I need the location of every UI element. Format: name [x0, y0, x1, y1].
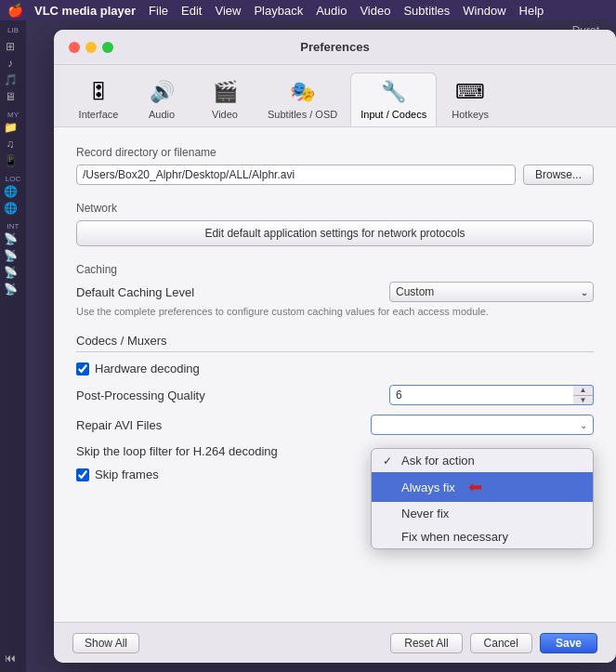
- bottom-right-buttons: Reset All Cancel Save: [390, 633, 597, 653]
- skip-frames-checkbox[interactable]: [76, 468, 89, 481]
- record-dir-label: Record directory or filename: [76, 146, 594, 159]
- stepper-up-button[interactable]: ▲: [573, 386, 593, 396]
- tab-audio-label: Audio: [149, 109, 175, 120]
- sidebar-icon-6[interactable]: ♫: [0, 136, 20, 152]
- codecs-section-label: Codecs / Muxers: [76, 334, 594, 352]
- hardware-decoding-row: Hardware decoding: [76, 362, 594, 376]
- repair-avi-dropdown-area[interactable]: ⌄ ✓ Ask for action Always fix: [371, 415, 594, 435]
- loc-label: LOC: [0, 175, 26, 183]
- sidebar-icon-8[interactable]: 🌐: [0, 183, 20, 200]
- main-window: LIB ⊞ ♪ 🎵 🖥 MY 📁 ♫ 📱 LOC 🌐 🌐 INT 📡 📡 📡 📡…: [0, 20, 616, 672]
- sidebar-icon-5[interactable]: 📁: [0, 119, 20, 136]
- minimize-button[interactable]: [85, 42, 97, 53]
- traffic-lights: [69, 42, 113, 53]
- maximize-button[interactable]: [102, 42, 113, 53]
- repair-avi-dropdown: ✓ Ask for action Always fix ⬅: [371, 448, 594, 549]
- hotkeys-icon: ⌨: [455, 77, 485, 107]
- post-processing-stepper: ▲ ▼: [389, 385, 594, 405]
- menu-audio[interactable]: Audio: [316, 4, 347, 18]
- sidebar-icon-2[interactable]: ♪: [0, 55, 20, 72]
- menu-view[interactable]: View: [215, 4, 241, 18]
- tab-subtitles-label: Subtitles / OSD: [268, 109, 337, 120]
- int-label: INT: [0, 222, 26, 231]
- sidebar-icon-9[interactable]: 🌐: [0, 200, 20, 217]
- hardware-decoding-checkbox[interactable]: [76, 362, 89, 376]
- caching-field-label: Default Caching Level: [76, 285, 382, 299]
- menu-edit[interactable]: Edit: [181, 4, 202, 18]
- repair-avi-label: Repair AVI Files: [76, 418, 371, 432]
- hardware-decoding-label: Hardware decoding: [95, 362, 200, 376]
- prefs-body: Record directory or filename Browse... N…: [54, 127, 616, 622]
- menu-file[interactable]: File: [149, 4, 168, 18]
- codecs-icon: 🔧: [379, 77, 409, 107]
- reset-all-button[interactable]: Reset All: [390, 633, 462, 653]
- my-label: MY: [0, 111, 26, 119]
- title-bar: Preferences: [54, 30, 616, 65]
- path-input[interactable]: [76, 165, 516, 185]
- toolbar-tabs: 🎛 Interface 🔊 Audio 🎬 Video 🎭 Subtitles …: [54, 65, 616, 127]
- prev-button[interactable]: ⏮: [0, 650, 20, 666]
- stepper-arrows: ▲ ▼: [573, 385, 594, 405]
- sidebar-icon-1[interactable]: ⊞: [0, 38, 20, 55]
- menu-bar: 🍎 VLC media player File Edit View Playba…: [0, 0, 616, 20]
- vlc-sidebar: LIB ⊞ ♪ 🎵 🖥 MY 📁 ♫ 📱 LOC 🌐 🌐 INT 📡 📡 📡 📡…: [0, 20, 26, 672]
- menu-window[interactable]: Window: [463, 4, 505, 18]
- repair-avi-dropdown-trigger[interactable]: ⌄: [371, 415, 594, 435]
- network-settings-button[interactable]: Edit default application settings for ne…: [76, 220, 594, 246]
- tab-codecs-label: Input / Codecs: [360, 109, 426, 120]
- tab-hotkeys-label: Hotkeys: [452, 109, 489, 120]
- sidebar-icon-13[interactable]: 📡: [0, 281, 20, 297]
- show-all-button[interactable]: Show All: [72, 633, 139, 653]
- option-fix-when-necessary[interactable]: Fix when necessary: [372, 525, 593, 548]
- sidebar-icon-11[interactable]: 📡: [0, 247, 20, 264]
- tab-subtitles[interactable]: 🎭 Subtitles / OSD: [258, 73, 347, 125]
- option-ask-label: Ask for action: [401, 454, 475, 468]
- sidebar-icon-3[interactable]: 🎵: [0, 72, 20, 88]
- sidebar-icon-4[interactable]: 🖥: [0, 88, 20, 105]
- sidebar-icon-7[interactable]: 📱: [0, 152, 20, 169]
- post-processing-input[interactable]: [389, 385, 594, 405]
- tab-interface[interactable]: 🎛 Interface: [69, 73, 128, 125]
- vlc-main-area: Durat... Preferences 🎛 Interface 🔊: [26, 20, 616, 672]
- option-ask-for-action[interactable]: ✓ Ask for action: [372, 449, 593, 472]
- tab-hotkeys[interactable]: ⌨ Hotkeys: [440, 73, 500, 125]
- skip-frames-label: Skip frames: [95, 468, 159, 481]
- option-never-fix[interactable]: Never fix: [372, 502, 593, 525]
- caching-section: Caching Default Caching Level Custom ⌄ U…: [76, 263, 594, 317]
- interface-icon: 🎛: [84, 77, 113, 107]
- sidebar-icon-12[interactable]: 📡: [0, 264, 20, 281]
- cancel-button[interactable]: Cancel: [470, 633, 532, 653]
- apple-menu[interactable]: 🍎: [7, 3, 23, 18]
- option-never-label: Never fix: [401, 507, 449, 520]
- audio-icon: 🔊: [147, 77, 177, 107]
- preferences-window: Preferences 🎛 Interface 🔊 Audio 🎬 Video …: [54, 30, 616, 663]
- post-processing-label: Post-Processing Quality: [76, 389, 389, 402]
- stepper-down-button[interactable]: ▼: [573, 396, 593, 405]
- check-icon: ✓: [383, 455, 396, 468]
- red-arrow-icon: ⬅: [468, 477, 482, 497]
- option-always-label: Always fix: [401, 481, 455, 494]
- repair-avi-row: Repair AVI Files ⌄ ✓ Ask for action: [76, 415, 594, 435]
- subtitles-icon: 🎭: [288, 77, 318, 107]
- sidebar-icon-10[interactable]: 📡: [0, 231, 20, 247]
- lib-label: LIB: [0, 26, 26, 34]
- option-fix-when-label: Fix when necessary: [401, 530, 508, 544]
- bottom-bar: Show All Reset All Cancel Save: [54, 622, 616, 663]
- menu-vlc[interactable]: VLC media player: [34, 4, 136, 18]
- tab-audio[interactable]: 🔊 Audio: [132, 73, 191, 125]
- browse-button[interactable]: Browse...: [523, 165, 594, 185]
- tab-video[interactable]: 🎬 Video: [195, 73, 255, 125]
- caching-hint: Use the complete preferences to configur…: [76, 306, 594, 317]
- menu-video[interactable]: Video: [360, 4, 390, 18]
- caching-label: Caching: [76, 263, 594, 276]
- menu-subtitles[interactable]: Subtitles: [403, 4, 450, 18]
- caching-row: Default Caching Level Custom ⌄: [76, 282, 594, 302]
- window-title: Preferences: [300, 40, 369, 54]
- save-button[interactable]: Save: [540, 633, 597, 653]
- menu-playback[interactable]: Playback: [254, 4, 303, 18]
- caching-select[interactable]: Custom: [389, 282, 594, 302]
- menu-help[interactable]: Help: [519, 4, 544, 18]
- tab-input-codecs[interactable]: 🔧 Input / Codecs: [350, 72, 437, 126]
- close-button[interactable]: [69, 42, 80, 53]
- option-always-fix[interactable]: Always fix ⬅: [372, 472, 593, 502]
